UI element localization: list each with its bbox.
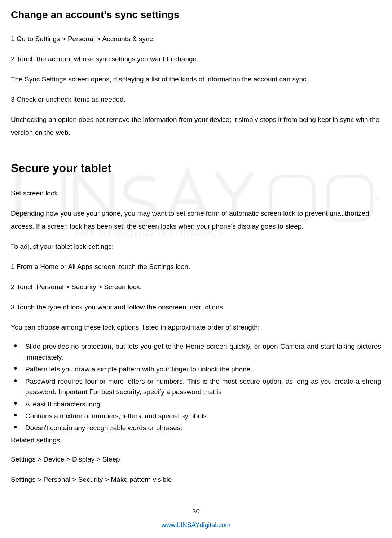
document-content: Change an account's sync settings 1 Go t…: [11, 7, 381, 486]
list-item: A least 8 characters long.: [11, 399, 381, 409]
section2-p9: Settings > Device > Display > Sleep: [11, 453, 381, 466]
section2-p1: Set screen lock: [11, 187, 381, 200]
footer-link-container: www.LINSAYdigital.com: [0, 520, 392, 530]
footer-link[interactable]: www.LINSAYdigital.com: [162, 521, 231, 529]
section2-p8: Related settings: [11, 435, 381, 446]
section2-p2: Depending how you use your phone, you ma…: [11, 207, 381, 233]
list-item: Doesn't contain any recognizable words o…: [11, 423, 381, 433]
lock-options-list: Slide provides no protection, but lets y…: [11, 341, 381, 433]
section2-p10: Settings > Personal > Security > Make pa…: [11, 473, 381, 486]
list-item: Password requires four or more letters o…: [11, 376, 381, 397]
section1-p1: 1 Go to Settings > Personal > Accounts &…: [11, 32, 381, 45]
section2-heading: Secure your tablet: [11, 159, 381, 177]
section1-p3: The Sync Settings screen opens, displayi…: [11, 73, 381, 86]
list-item: Contains a mixture of numbers, letters, …: [11, 411, 381, 421]
section2-p4: 1 From a Home or All Apps screen, touch …: [11, 260, 381, 273]
section1-p2: 2 Touch the account whose sync settings …: [11, 53, 381, 66]
page-number: 30: [0, 507, 392, 516]
list-item: Slide provides no protection, but lets y…: [11, 341, 381, 362]
section2-p7: You can choose among these lock options,…: [11, 321, 381, 334]
section2-p6: 3 Touch the type of lock you want and fo…: [11, 301, 381, 314]
section1-heading: Change an account's sync settings: [11, 7, 381, 22]
section2-p3: To adjust your tablet lock settings:: [11, 240, 381, 253]
list-item: Pattern lets you draw a simple pattern w…: [11, 364, 381, 374]
section1-p4: 3 Check or uncheck items as needed.: [11, 93, 381, 106]
section1-p5: Unchecking an option does not remove the…: [11, 113, 381, 139]
section2-p5: 2 Touch Personal > Security > Screen loc…: [11, 281, 381, 294]
